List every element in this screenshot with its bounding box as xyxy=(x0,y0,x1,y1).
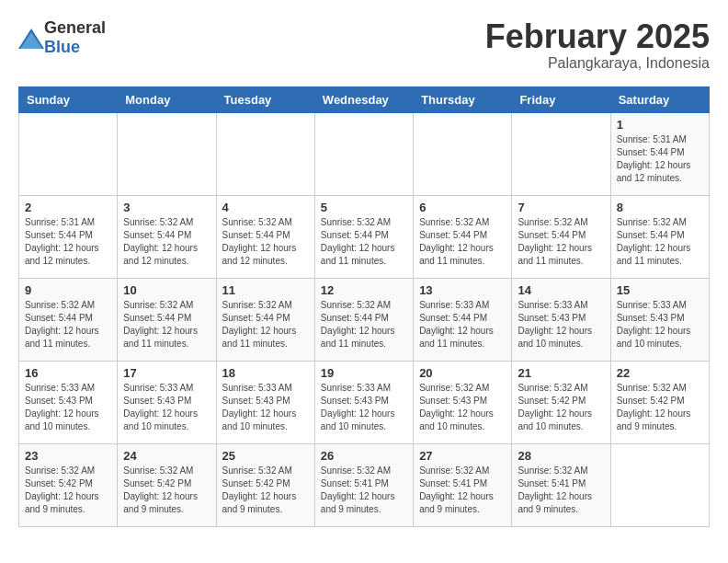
day-number: 19 xyxy=(321,366,407,380)
day-number: 2 xyxy=(25,201,111,214)
day-number: 17 xyxy=(123,366,210,380)
weekday-header-cell: Saturday xyxy=(610,86,709,112)
day-info: Sunrise: 5:32 AM Sunset: 5:42 PM Dayligh… xyxy=(617,382,703,433)
day-number: 16 xyxy=(25,366,111,380)
logo: General Blue xyxy=(18,18,106,57)
day-info: Sunrise: 5:33 AM Sunset: 5:43 PM Dayligh… xyxy=(518,299,604,350)
day-number: 23 xyxy=(25,449,111,463)
calendar-cell: 20Sunrise: 5:32 AM Sunset: 5:43 PM Dayli… xyxy=(414,361,512,443)
calendar-week-row: 23Sunrise: 5:32 AM Sunset: 5:42 PM Dayli… xyxy=(19,443,710,526)
month-title: February 2025 xyxy=(485,18,710,55)
day-info: Sunrise: 5:32 AM Sunset: 5:44 PM Dayligh… xyxy=(419,216,506,268)
calendar-cell: 24Sunrise: 5:32 AM Sunset: 5:42 PM Dayli… xyxy=(118,443,216,526)
day-info: Sunrise: 5:32 AM Sunset: 5:42 PM Dayligh… xyxy=(123,465,210,516)
day-info: Sunrise: 5:33 AM Sunset: 5:44 PM Dayligh… xyxy=(419,299,506,350)
day-number: 12 xyxy=(321,283,407,297)
calendar-cell: 3Sunrise: 5:32 AM Sunset: 5:44 PM Daylig… xyxy=(118,195,216,278)
day-number: 4 xyxy=(222,201,309,214)
day-info: Sunrise: 5:32 AM Sunset: 5:44 PM Dayligh… xyxy=(123,216,210,268)
day-info: Sunrise: 5:32 AM Sunset: 5:44 PM Dayligh… xyxy=(222,216,309,268)
location-title: Palangkaraya, Indonesia xyxy=(485,55,710,72)
day-number: 20 xyxy=(419,366,506,380)
day-info: Sunrise: 5:32 AM Sunset: 5:42 PM Dayligh… xyxy=(25,465,111,516)
calendar-cell: 13Sunrise: 5:33 AM Sunset: 5:44 PM Dayli… xyxy=(414,278,512,361)
day-number: 25 xyxy=(222,449,309,463)
day-number: 26 xyxy=(321,449,407,463)
day-info: Sunrise: 5:32 AM Sunset: 5:44 PM Dayligh… xyxy=(222,299,309,350)
day-number: 27 xyxy=(419,449,506,463)
calendar-cell xyxy=(610,443,709,526)
day-info: Sunrise: 5:32 AM Sunset: 5:42 PM Dayligh… xyxy=(222,465,309,516)
day-info: Sunrise: 5:32 AM Sunset: 5:41 PM Dayligh… xyxy=(321,465,407,516)
calendar-cell: 8Sunrise: 5:32 AM Sunset: 5:44 PM Daylig… xyxy=(610,195,709,278)
day-info: Sunrise: 5:31 AM Sunset: 5:44 PM Dayligh… xyxy=(617,133,703,185)
calendar-cell xyxy=(314,112,413,195)
day-number: 24 xyxy=(123,449,210,463)
weekday-header-cell: Tuesday xyxy=(216,86,314,112)
day-number: 10 xyxy=(123,283,210,297)
page-header: General Blue February 2025 Palangkaraya,… xyxy=(18,18,710,72)
calendar-cell: 12Sunrise: 5:32 AM Sunset: 5:44 PM Dayli… xyxy=(314,278,413,361)
day-info: Sunrise: 5:32 AM Sunset: 5:44 PM Dayligh… xyxy=(321,299,407,350)
day-number: 9 xyxy=(25,283,111,297)
weekday-header-row: SundayMondayTuesdayWednesdayThursdayFrid… xyxy=(19,86,710,112)
day-info: Sunrise: 5:32 AM Sunset: 5:43 PM Dayligh… xyxy=(419,382,506,433)
logo-text: General Blue xyxy=(44,18,106,57)
calendar-cell: 1Sunrise: 5:31 AM Sunset: 5:44 PM Daylig… xyxy=(610,112,709,195)
day-number: 8 xyxy=(617,201,703,214)
logo-blue: Blue xyxy=(44,38,80,56)
calendar-week-row: 9Sunrise: 5:32 AM Sunset: 5:44 PM Daylig… xyxy=(19,278,710,361)
calendar-cell xyxy=(216,112,314,195)
day-info: Sunrise: 5:31 AM Sunset: 5:44 PM Dayligh… xyxy=(25,216,111,268)
day-info: Sunrise: 5:33 AM Sunset: 5:43 PM Dayligh… xyxy=(617,299,703,350)
calendar-cell: 25Sunrise: 5:32 AM Sunset: 5:42 PM Dayli… xyxy=(216,443,314,526)
day-info: Sunrise: 5:32 AM Sunset: 5:44 PM Dayligh… xyxy=(321,216,407,268)
day-number: 5 xyxy=(321,201,407,214)
calendar-cell xyxy=(118,112,216,195)
calendar-body: 1Sunrise: 5:31 AM Sunset: 5:44 PM Daylig… xyxy=(19,112,710,526)
day-number: 28 xyxy=(518,449,604,463)
calendar-cell: 17Sunrise: 5:33 AM Sunset: 5:43 PM Dayli… xyxy=(118,361,216,443)
calendar-cell: 26Sunrise: 5:32 AM Sunset: 5:41 PM Dayli… xyxy=(314,443,413,526)
day-number: 14 xyxy=(518,283,604,297)
calendar-cell: 28Sunrise: 5:32 AM Sunset: 5:41 PM Dayli… xyxy=(512,443,610,526)
calendar-week-row: 1Sunrise: 5:31 AM Sunset: 5:44 PM Daylig… xyxy=(19,112,710,195)
calendar-week-row: 2Sunrise: 5:31 AM Sunset: 5:44 PM Daylig… xyxy=(19,195,710,278)
calendar-cell xyxy=(512,112,610,195)
calendar-cell: 10Sunrise: 5:32 AM Sunset: 5:44 PM Dayli… xyxy=(118,278,216,361)
weekday-header-cell: Thursday xyxy=(414,86,512,112)
day-info: Sunrise: 5:33 AM Sunset: 5:43 PM Dayligh… xyxy=(25,382,111,433)
calendar-cell: 16Sunrise: 5:33 AM Sunset: 5:43 PM Dayli… xyxy=(19,361,118,443)
calendar-cell: 18Sunrise: 5:33 AM Sunset: 5:43 PM Dayli… xyxy=(216,361,314,443)
calendar-cell: 4Sunrise: 5:32 AM Sunset: 5:44 PM Daylig… xyxy=(216,195,314,278)
calendar-cell: 23Sunrise: 5:32 AM Sunset: 5:42 PM Dayli… xyxy=(19,443,118,526)
weekday-header-cell: Monday xyxy=(118,86,216,112)
weekday-header-cell: Friday xyxy=(512,86,610,112)
calendar-cell: 14Sunrise: 5:33 AM Sunset: 5:43 PM Dayli… xyxy=(512,278,610,361)
calendar-cell: 7Sunrise: 5:32 AM Sunset: 5:44 PM Daylig… xyxy=(512,195,610,278)
day-number: 13 xyxy=(419,283,506,297)
day-info: Sunrise: 5:32 AM Sunset: 5:44 PM Dayligh… xyxy=(123,299,210,350)
calendar-cell: 2Sunrise: 5:31 AM Sunset: 5:44 PM Daylig… xyxy=(19,195,118,278)
calendar-cell xyxy=(19,112,118,195)
calendar-cell: 22Sunrise: 5:32 AM Sunset: 5:42 PM Dayli… xyxy=(610,361,709,443)
day-number: 11 xyxy=(222,283,309,297)
calendar-cell: 11Sunrise: 5:32 AM Sunset: 5:44 PM Dayli… xyxy=(216,278,314,361)
day-info: Sunrise: 5:33 AM Sunset: 5:43 PM Dayligh… xyxy=(222,382,309,433)
day-number: 6 xyxy=(419,201,506,214)
day-info: Sunrise: 5:32 AM Sunset: 5:41 PM Dayligh… xyxy=(518,465,604,516)
calendar-table: SundayMondayTuesdayWednesdayThursdayFrid… xyxy=(18,86,710,527)
calendar-week-row: 16Sunrise: 5:33 AM Sunset: 5:43 PM Dayli… xyxy=(19,361,710,443)
day-number: 3 xyxy=(123,201,210,214)
calendar-cell: 6Sunrise: 5:32 AM Sunset: 5:44 PM Daylig… xyxy=(414,195,512,278)
logo-general: General xyxy=(44,18,106,37)
day-number: 1 xyxy=(617,118,703,132)
calendar-cell xyxy=(414,112,512,195)
day-info: Sunrise: 5:32 AM Sunset: 5:44 PM Dayligh… xyxy=(25,299,111,350)
calendar-cell: 19Sunrise: 5:33 AM Sunset: 5:43 PM Dayli… xyxy=(314,361,413,443)
weekday-header-cell: Sunday xyxy=(19,86,118,112)
svg-marker-1 xyxy=(20,32,42,49)
title-block: February 2025 Palangkaraya, Indonesia xyxy=(485,18,710,72)
day-number: 18 xyxy=(222,366,309,380)
day-number: 21 xyxy=(518,366,604,380)
